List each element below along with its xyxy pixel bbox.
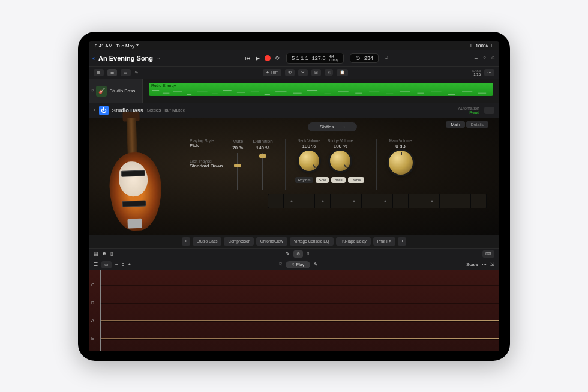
tab-main[interactable]: Main [446,121,464,128]
tuner-icon[interactable]: ⤾ [385,55,389,61]
style-selector[interactable]: Sixties › [308,122,357,131]
midi-region[interactable]: Retro Energy [149,83,493,96]
string-g[interactable] [101,285,499,285]
string-a[interactable] [101,320,499,321]
playing-style-value[interactable]: Pick [190,143,223,148]
last-played-value: Standard Down [190,163,223,169]
region-view-icon[interactable]: ▭ [121,69,131,76]
neck-volume-knob[interactable] [299,151,319,171]
join-tool-icon[interactable]: ⊞ [311,69,321,76]
last-played-label: Last Played [190,159,223,163]
plugin-chip[interactable]: Vintage Console EQ [290,237,334,246]
region-name: Retro Energy [151,83,176,88]
power-button[interactable]: ⏻ [99,106,109,115]
bass-button[interactable]: Bass [331,177,345,183]
chord-icon[interactable]: ▭ [101,261,112,268]
notes-icon[interactable]: ▯ [110,251,113,256]
bass-perform-area[interactable]: G D A E [89,270,499,351]
plugin-add-right[interactable]: + [398,237,406,246]
string-d[interactable] [101,303,499,304]
inst-more-icon[interactable]: ⋯ [484,107,494,114]
inst-back-icon[interactable]: ‹ [94,107,95,113]
play-mode-pill[interactable]: ☟ Play [286,261,311,268]
main-volume-knob[interactable] [389,151,413,175]
mixer-icon[interactable]: ⎍ [307,251,310,256]
track-name: Studio Bass [109,88,135,94]
mute-slider[interactable] [237,153,238,190]
automation-curve-icon[interactable]: ∿ [134,70,139,75]
cloud-icon[interactable]: ☁ [473,55,478,61]
more-icon[interactable]: ⋯ [482,262,487,267]
plus-icon[interactable]: + [128,262,131,267]
paste-tool-icon[interactable]: 📋 [337,69,348,76]
perform-bar: ☰ ▭ − 0 + ☟ ☟ Play ✎ Scale ⋯ ⇲ [89,259,499,270]
metronome-icon: ⏲ [355,55,361,61]
rhythm-button[interactable]: Rhythm [295,177,314,183]
fretboard-preview[interactable] [268,194,487,208]
snap-value[interactable]: 1/16 [472,73,481,76]
zero-label: 0 [122,262,124,267]
wifi-icon: 􀙇 [470,43,472,49]
automation-mode[interactable]: Read [458,110,479,115]
neck-vol-value: 100 % [302,143,316,149]
settings-icon[interactable]: ☺ [491,55,496,61]
bridge-volume-knob[interactable] [330,151,350,171]
help-icon[interactable]: ? [483,55,485,61]
instrument-header: ‹ ⏻ Studio Bass Sixties Half Muted Autom… [89,103,499,118]
play-button[interactable]: ▶ [256,55,260,61]
tracks-area: 2 🎸 Studio Bass Retro Energy [89,79,499,103]
mute-value: 70 % [232,145,243,151]
song-title[interactable]: An Evening Song [98,55,153,62]
treble-button[interactable]: Treble [348,177,364,183]
track-header[interactable]: 2 🎸 Studio Bass [89,79,143,103]
instrument-preset[interactable]: Sixties Half Muted [147,107,185,113]
track-region-area[interactable]: Retro Energy [143,79,499,103]
plugin-add-left[interactable]: + [182,237,190,246]
mute-label: Mute [232,139,243,144]
plugin-chip[interactable]: Compressor [224,237,253,246]
tab-details[interactable]: Details [466,121,488,128]
prev-button[interactable]: ⏮ [245,55,251,61]
browser-icon[interactable]: 🖥 [102,251,107,256]
loop-tool-icon[interactable]: ⟲ [285,69,295,76]
menu-icon[interactable]: ☰ [94,262,98,267]
lcd-display[interactable]: 5 1 1 1 127.0 4/4 C maj [286,53,344,64]
edit-icon[interactable]: ✎ [314,262,318,267]
more-icon[interactable]: ⋯ [484,69,494,76]
scale-label[interactable]: Scale [466,262,478,267]
string-label-d: D [91,300,94,304]
string-label-a: A [91,318,94,322]
plugin-chip[interactable]: Phat FX [373,237,395,246]
pencil-icon[interactable]: ✎ [286,251,290,256]
cut-tool-icon[interactable]: ✂ [298,69,308,76]
string-e[interactable] [101,338,499,340]
instrument-body: Main Details Sixties › Playing Style Pic… [89,118,499,235]
plugin-strip: + Studio Bass Compressor ChromaGlow Vint… [89,235,499,248]
beat-counter[interactable]: ⏲ 234 [350,53,379,63]
grid-view-icon[interactable]: ▦ [94,69,104,76]
chevron-down-icon[interactable]: ⌄ [157,55,161,61]
string-label-g: G [91,282,94,286]
plugin-chip[interactable]: Tru-Tape Delay [336,237,371,246]
trim-tool[interactable]: ✦ Trim [263,69,282,76]
gear-icon[interactable]: ⚙ [293,250,303,258]
collapse-icon[interactable]: ⇲ [490,262,494,267]
cycle-button[interactable]: ⟳ [275,55,280,61]
playhead[interactable] [364,79,364,103]
library-icon[interactable]: ▤ [94,251,98,256]
bridge-vol-value: 100 % [334,143,347,149]
lcd-position: 5 1 1 1 [292,55,308,61]
plugin-chip[interactable]: ChromaGlow [256,237,287,246]
automation-label: Automation [458,106,479,110]
copy-tool-icon[interactable]: ⎘ [325,69,333,76]
pointer-icon[interactable]: ☟ [279,262,282,267]
definition-slider[interactable] [262,153,263,190]
solo-button[interactable]: Solo [316,177,329,183]
keyboard-icon[interactable]: ⌨ [482,250,494,258]
record-button[interactable] [265,55,271,61]
back-icon[interactable]: ‹ [92,54,95,62]
minus-icon[interactable]: − [115,262,118,267]
plugin-chip[interactable]: Studio Bass [193,237,222,246]
snap-label: Snap [472,69,481,73]
list-view-icon[interactable]: ☰ [107,69,117,76]
